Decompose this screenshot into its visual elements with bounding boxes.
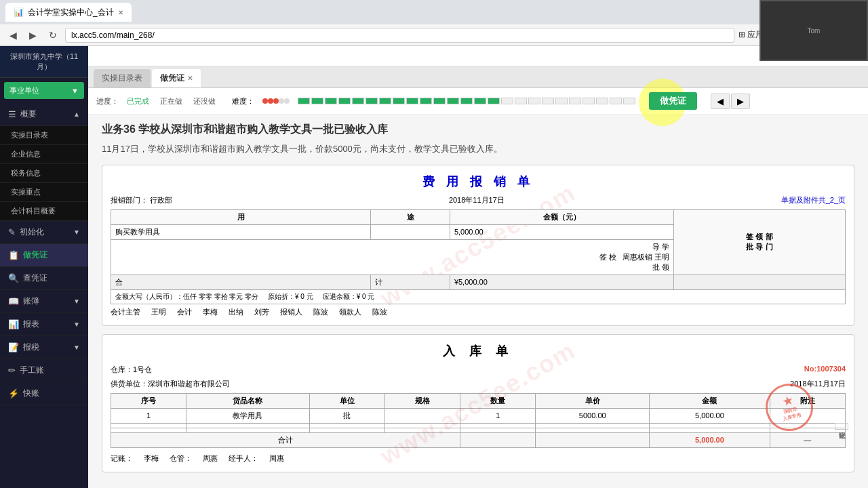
app-container: 深圳市第九中学（11月） 事业单位 ▼ ☰ 概要 ▲ 实操目录表 企业信息 税务… — [0, 46, 868, 488]
overview-icon: ☰ — [8, 109, 16, 119]
wh-header: 仓库：1号仓 No:1007304 — [111, 365, 846, 375]
refund-text: 应退余额：¥ 0 元 — [323, 293, 375, 300]
wh-no: No:1007304 — [804, 365, 846, 375]
init-icon: ✎ — [8, 227, 16, 237]
main-content: 张师师老师（SVIP会员 实操目录表 做凭证 ✕ 进度： 已完成 正在做 还没做… — [88, 46, 868, 488]
next-btn[interactable]: ▶ — [731, 94, 750, 109]
refresh-btn[interactable]: ↻ — [45, 28, 61, 42]
wh-empty-2a — [111, 423, 186, 428]
wh-seq-1: 1 — [111, 408, 186, 423]
sidebar: 深圳市第九中学（11月） 事业单位 ▼ ☰ 概要 ▲ 实操目录表 企业信息 税务… — [0, 46, 88, 488]
sidebar-item-tax[interactable]: 税务信息 — [0, 164, 88, 183]
progress-cell-14 — [474, 98, 486, 104]
wh-supplier: 供货单位：深圳市和谐超市有限公司 — [111, 379, 230, 389]
tab-voucher[interactable]: 做凭证 ✕ — [152, 69, 201, 87]
sig-right-text2: 签 校 — [599, 253, 616, 261]
company-stamp: ★ 深圳市入库专用 — [760, 378, 818, 436]
dropdown-icon: ▼ — [71, 87, 79, 95]
sig-right-row: 导 学 签 校 周惠板销 王明 批 领 — [111, 239, 674, 274]
staff-row: 会计主管 王明 会计 李梅 出纳 刘芳 报销人 陈波 领款人 陈波 — [111, 307, 846, 317]
init-arrow: ▼ — [73, 228, 80, 236]
sidebar-unit-header: 深圳市第九中学（11月） — [0, 46, 88, 78]
expand-arrow: ▲ — [73, 110, 80, 118]
tax-icon: 📝 — [8, 342, 19, 352]
progress-cell-7 — [379, 98, 391, 104]
wh-total-dash: — — [770, 432, 845, 447]
col-amount: 金额 — [650, 393, 770, 408]
progress-area: 进度： 已完成 正在做 还没做 难度： — [88, 88, 868, 115]
wh-empty-2b — [186, 423, 309, 428]
progress-cell-21 — [569, 98, 581, 104]
tab-close-btn[interactable]: ✕ — [118, 9, 123, 16]
video-thumbnail: Tom — [760, 0, 868, 61]
progress-cell-9 — [406, 98, 418, 104]
sidebar-item-filetax[interactable]: 📝 报税 ▼ — [0, 336, 88, 359]
voucher-icon: 📋 — [8, 250, 19, 260]
sidebar-item-overview[interactable]: ☰ 概要 ▲ — [0, 103, 88, 126]
wh-title: 入 库 单 — [111, 343, 846, 359]
wh-warehouse-label: 仓管： — [170, 453, 192, 464]
sig-line-1: 签 领 部 — [678, 232, 841, 242]
col-spec: 规格 — [384, 393, 460, 408]
sidebar-item-voucher[interactable]: 📋 做凭证 — [0, 244, 88, 267]
wh-qty-1: 1 — [460, 408, 536, 423]
sidebar-unit-btn[interactable]: 事业单位 ▼ — [4, 82, 84, 99]
sidebar-item-report[interactable]: 📊 报表 ▼ — [0, 313, 88, 336]
browser-chrome: 📊 会计学堂实操中心_会计 ✕ — [0, 0, 868, 24]
original-discount: 原始折：¥ 0 元 — [268, 293, 313, 300]
progress-cell-15 — [488, 98, 500, 104]
sidebar-item-manual[interactable]: ✏ 手工账 — [0, 359, 88, 382]
wh-handler-label: 经手人： — [229, 453, 258, 464]
total-amount: ¥5,000.00 — [450, 274, 673, 289]
sig-right-text3: 批 领 — [652, 263, 669, 271]
wh-empty-2e — [460, 423, 536, 428]
stamp-content: ★ 深圳市入库专用 — [776, 392, 802, 422]
browser-tab[interactable]: 📊 会计学堂实操中心_会计 ✕ — [5, 3, 132, 22]
progress-cell-25 — [623, 98, 635, 104]
expense-form-title: 费 用 报 销 单 — [111, 174, 846, 190]
progress-cell-4 — [338, 98, 351, 104]
prev-btn[interactable]: ◀ — [711, 94, 730, 109]
sidebar-item-check-voucher[interactable]: 🔍 查凭证 — [0, 267, 88, 290]
sig-cell: 签 领 部 批 导 门 — [673, 209, 845, 274]
sidebar-item-ledger[interactable]: 📖 账簿 ▼ — [0, 290, 88, 313]
progress-cell-6 — [366, 98, 378, 104]
tab-directory[interactable]: 实操目录表 — [94, 69, 151, 87]
pending-label: 还没做 — [193, 96, 216, 106]
difficulty-label: 难度： — [232, 96, 254, 106]
tab-voucher-close[interactable]: ✕ — [187, 75, 193, 82]
wh-row-3 — [111, 428, 846, 432]
wh-accountant-label: 记账： — [111, 453, 133, 464]
sidebar-item-company[interactable]: 企业信息 — [0, 145, 88, 164]
progress-cell-11 — [433, 98, 446, 104]
address-bar[interactable] — [65, 28, 734, 43]
sidebar-item-init[interactable]: ✎ 初始化 ▼ — [0, 221, 88, 244]
back-btn[interactable]: ◀ — [5, 28, 21, 42]
chief-accountant-label: 会计主管 — [111, 307, 140, 317]
sidebar-sub-overview: 实操目录表 企业信息 税务信息 实操重点 会计科目概要 — [0, 126, 88, 221]
progress-cell-12 — [447, 98, 459, 104]
warehouse-form: www.acc5ee.com 入 库 单 仓库：1号仓 No:1007304 供… — [102, 334, 854, 472]
wh-amount-1: 5,000.00 — [650, 408, 770, 423]
forward-btn[interactable]: ▶ — [25, 28, 41, 42]
side-note-record[interactable]: 记账联 — [835, 423, 848, 430]
wh-unit-1: 批 — [309, 408, 384, 423]
wh-empty-3b — [186, 428, 309, 432]
sidebar-item-focus[interactable]: 实操重点 — [0, 183, 88, 202]
sidebar-item-quick[interactable]: ⚡ 快账 — [0, 382, 88, 405]
ledger-arrow: ▼ — [73, 298, 80, 305]
progress-cell-8 — [393, 98, 405, 104]
wh-empty-3c — [309, 428, 384, 432]
wh-spec-1 — [384, 408, 460, 423]
wh-total-empty2 — [536, 432, 650, 447]
col-途: 途 — [371, 209, 450, 224]
wh-empty-2d — [384, 423, 460, 428]
wh-accountant: 李梅 — [144, 453, 159, 464]
make-voucher-btn[interactable]: 做凭证 — [649, 92, 697, 110]
sidebar-item-accounts[interactable]: 会计科目概要 — [0, 202, 88, 221]
col-name: 货品名称 — [186, 393, 309, 408]
progress-bar — [298, 98, 635, 104]
sidebar-item-list[interactable]: 实操目录表 — [0, 126, 88, 145]
document-area: 业务36 学校从深圳市和谐超市购入教学文具一批已验收入库 11月17日，学校从深… — [88, 115, 868, 488]
dept-info: 报销部门： 行政部 — [111, 195, 172, 205]
